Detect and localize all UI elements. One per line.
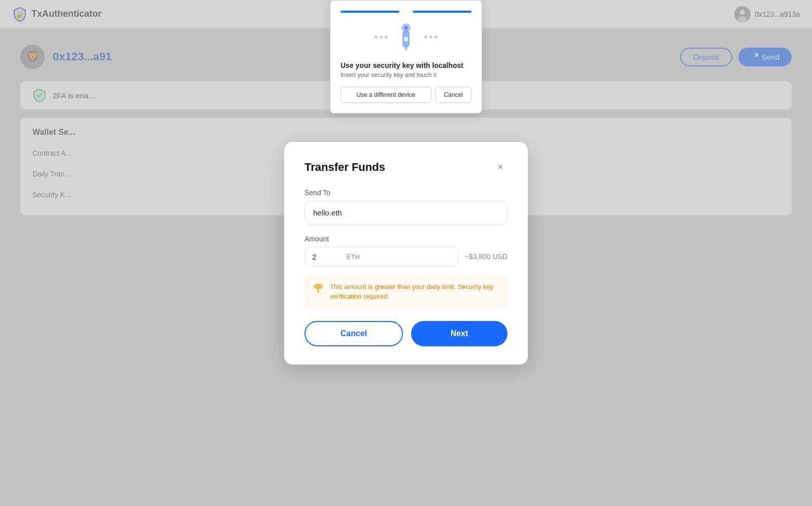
sk-dot-5	[429, 35, 432, 39]
svg-rect-13	[318, 288, 319, 292]
sk-icon-area	[341, 21, 471, 53]
send-to-input[interactable]	[304, 201, 507, 225]
amount-label: Amount	[304, 235, 507, 243]
next-modal-button[interactable]: Next	[411, 321, 507, 346]
sk-buttons: Use a different device Cancel	[341, 87, 471, 103]
sk-dot-6	[434, 35, 437, 39]
sk-subtitle: Insert your security key and touch it	[341, 71, 471, 79]
sk-dots-left	[375, 35, 388, 39]
modal-header: Transfer Funds ×	[304, 160, 507, 174]
sk-dot-2	[380, 35, 383, 39]
warning-icon	[313, 283, 324, 297]
amount-row: ETH ~$3,800 USD	[304, 247, 507, 267]
cancel-modal-button[interactable]: Cancel	[304, 321, 403, 346]
amount-input[interactable]	[312, 252, 343, 261]
modal-actions: Cancel Next	[304, 321, 507, 346]
svg-rect-14	[317, 292, 319, 293]
warning-box: This amount is greater than your daily l…	[304, 275, 507, 309]
svg-point-12	[316, 285, 321, 287]
sk-progress-seg-2	[413, 11, 471, 13]
sk-dot-3	[385, 35, 388, 39]
sk-cancel-button[interactable]: Cancel	[435, 87, 471, 103]
warning-text: This amount is greater than your daily l…	[330, 282, 499, 302]
sk-progress-seg-1	[341, 11, 399, 13]
svg-rect-7	[404, 37, 408, 41]
sk-title: Use your security key with localhost	[341, 61, 471, 69]
currency-label: ETH	[347, 253, 360, 261]
amount-input-wrap: ETH	[304, 247, 459, 267]
svg-point-10	[404, 26, 408, 30]
security-key-popup: Use your security key with localhost Ins…	[330, 0, 482, 114]
modal-close-button[interactable]: ×	[493, 160, 507, 174]
sk-progress-bar	[341, 11, 471, 13]
send-to-label: Send To	[304, 189, 507, 197]
security-key-illustration	[394, 21, 418, 53]
use-different-device-button[interactable]: Use a different device	[341, 87, 431, 103]
sk-dot-1	[375, 35, 378, 39]
sk-dots-right	[424, 35, 437, 39]
sk-dot-4	[424, 35, 427, 39]
svg-rect-8	[405, 47, 407, 50]
modal-title: Transfer Funds	[304, 161, 385, 174]
transfer-funds-modal: Transfer Funds × Send To Amount ETH ~$3,…	[284, 142, 528, 365]
usd-equivalent: ~$3,800 USD	[465, 252, 507, 261]
